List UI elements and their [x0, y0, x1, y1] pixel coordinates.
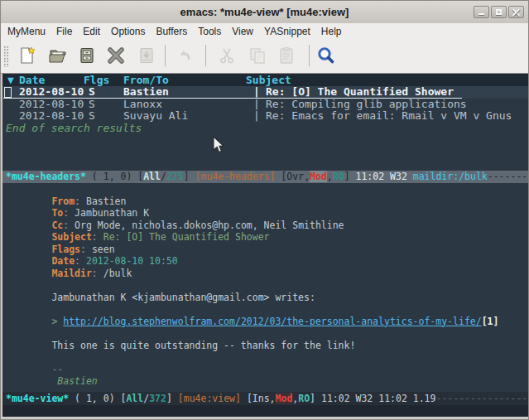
window-controls: [474, 6, 524, 18]
maximize-button[interactable]: [491, 6, 507, 18]
headers-column-row: ▼ Date Flgs From/To Subject: [2, 74, 528, 86]
copy-icon[interactable]: [248, 46, 267, 65]
blank-line: [2, 340, 528, 352]
toolbar-separator: [309, 45, 310, 66]
message-header-field: Flags: seen: [2, 231, 528, 244]
sort-descending-icon[interactable]: ▼: [7, 74, 14, 86]
row-flags: S: [89, 99, 95, 111]
menu-options[interactable]: Options: [111, 26, 145, 37]
paste-icon[interactable]: [277, 46, 296, 65]
emacs-cursor: [4, 87, 12, 98]
modeline-segment: [mu4e-headers]: [195, 171, 276, 182]
toolbar-drag-handle[interactable]: [3, 46, 9, 67]
minimize-button[interactable]: [474, 6, 489, 18]
blank-line: [2, 268, 528, 280]
menu-file[interactable]: File: [56, 26, 72, 37]
message-header-field: Date: 2012-08-10 10:50: [2, 244, 528, 256]
message-header-field: From: Bastien: [2, 183, 528, 196]
menu-yasnippet[interactable]: YASnippet: [264, 26, 310, 37]
row-subject: Re: Compiling glib applications: [266, 99, 467, 111]
column-subject[interactable]: Subject: [246, 74, 291, 86]
message-header-field: To: Jambunathan K: [2, 196, 528, 208]
mouse-cursor: [213, 136, 225, 154]
modeline-segment: All: [143, 171, 161, 182]
thread-indicator: |: [253, 86, 260, 99]
signature-separator-line: --: [2, 351, 528, 364]
modeline-segment: ]: [166, 393, 178, 404]
row-subject: Re: [O] The Quantified Shower: [266, 86, 454, 99]
modeline-segment: ,: [270, 393, 276, 404]
modeline-segment: ]: [344, 171, 356, 182]
modeline-segment: Mod: [276, 393, 293, 404]
modeline-segment: 372: [149, 393, 166, 404]
table-row[interactable]: 2012-08-10 S Suvayu Ali | Re: Emacs for …: [2, 110, 528, 123]
search-icon[interactable]: [316, 46, 336, 65]
save-as-icon[interactable]: [137, 46, 156, 65]
cut-icon[interactable]: [217, 46, 237, 65]
menu-view[interactable]: View: [232, 26, 253, 37]
modeline-segment: [mu4e:view]: [178, 393, 241, 404]
toolbar-separator: [205, 45, 206, 66]
menu-bar: MyMenu File Edit Options Buffers Tools V…: [1, 23, 528, 39]
table-row[interactable]: 2012-08-10 S Lanoxx | Re: Compiling glib…: [2, 99, 528, 111]
modeline-segment: 11:02 W32: [356, 171, 413, 182]
modeline-segment: maildir:/bulk: [413, 171, 488, 182]
column-flags[interactable]: Flgs: [84, 74, 109, 86]
column-date[interactable]: Date: [19, 74, 45, 86]
modeline-segment: /: [161, 171, 166, 182]
menu-buffers[interactable]: Buffers: [156, 26, 187, 37]
save-icon[interactable]: [77, 46, 97, 65]
row-flags: S: [89, 86, 95, 99]
row-subject: Re: Emacs for email: Rmail v VM v Gnus: [266, 110, 512, 123]
modeline-segment: Ins: [252, 393, 270, 404]
modeline-segment: ,: [327, 171, 333, 182]
message-quote-line: > http://blog.stephenwolfram.com/2012/03…: [2, 303, 528, 316]
modeline-segment: [: [241, 393, 252, 404]
title-bar[interactable]: emacs: *mu4e-view* [mu4e:view]: [1, 1, 528, 24]
undo-icon[interactable]: [175, 46, 195, 65]
message-header-field: Subject: Re: [O] The Quantified Shower: [2, 220, 528, 232]
message-header-field: Cc: Org Mode, nicholas.dokos@hp.com, Nei…: [2, 207, 528, 220]
row-flags: S: [89, 110, 95, 123]
modeline-segment: 11:02 W32 11:02 1.19: [321, 393, 435, 404]
menu-mymenu[interactable]: MyMenu: [7, 26, 46, 37]
modeline-segment: ( 1, 0): [69, 393, 120, 404]
modeline-segment: ( 1, 0): [86, 171, 137, 182]
new-file-icon[interactable]: [17, 46, 37, 65]
modeline-segment: 275: [166, 171, 184, 182]
modeline-segment: RO: [298, 393, 310, 404]
window-title: emacs: *mu4e-view* [mu4e:view]: [1, 1, 528, 23]
modeline-segment: Ovr: [286, 171, 304, 182]
thread-indicator: |: [253, 110, 260, 123]
headers-modeline: *mu4e-headers* ( 1, 0) [All/275] [mu4e-h…: [2, 171, 528, 183]
close-button[interactable]: [508, 6, 524, 18]
modeline-segment: RO: [333, 171, 344, 182]
maximize-icon: [496, 9, 502, 15]
row-from: Bastien: [123, 86, 169, 99]
table-row-selected[interactable]: 2012-08-10 S Bastien | Re: [O] The Quant…: [2, 86, 528, 99]
minimize-icon: [479, 13, 484, 15]
blank-line: [2, 292, 528, 304]
emacs-window: emacs: *mu4e-view* [mu4e:view] MyMenu Fi…: [0, 0, 529, 420]
open-folder-icon[interactable]: [48, 46, 68, 65]
row-from: Lanoxx: [123, 99, 162, 111]
message-header-field: Maildir: /bulk: [2, 255, 528, 268]
blank-line: [2, 316, 528, 328]
modeline-segment: --------------------: [435, 393, 528, 404]
end-of-results-text: End of search results: [6, 123, 142, 135]
view-modeline: *mu4e-view* ( 1, 0) [All/372] [mu4e:view…: [2, 392, 528, 405]
message-body-line: This one is quite outstanding -- thanks …: [2, 327, 528, 340]
toolbar-separator: [165, 45, 166, 66]
modeline-segment: ------------------------------: [488, 171, 528, 182]
column-from[interactable]: From/To: [123, 74, 169, 86]
menu-help[interactable]: Help: [321, 26, 342, 37]
row-date: 2012-08-10: [19, 86, 84, 99]
menu-edit[interactable]: Edit: [83, 26, 100, 37]
emacs-frame-content: ▼ Date Flgs From/To Subject 2012-08-10 S…: [2, 74, 528, 418]
signature-name: Bastien: [51, 375, 97, 387]
menu-tools[interactable]: Tools: [198, 26, 221, 37]
modeline-segment: [: [275, 171, 286, 182]
close-buffer-icon[interactable]: [106, 46, 126, 65]
window-frame-edge: [1, 417, 528, 419]
row-date: 2012-08-10: [19, 99, 84, 111]
